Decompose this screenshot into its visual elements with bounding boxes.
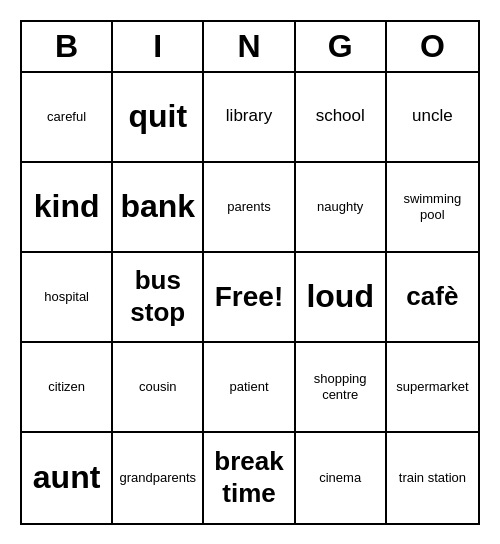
header-letter: I: [113, 22, 204, 71]
bingo-cell: hospital: [22, 253, 113, 343]
cell-text: supermarket: [396, 379, 468, 395]
cell-text: school: [316, 106, 365, 126]
cell-text: cinema: [319, 470, 361, 486]
cell-text: naughty: [317, 199, 363, 215]
bingo-cell: careful: [22, 73, 113, 163]
bingo-cell: uncle: [387, 73, 478, 163]
cell-text: kind: [34, 187, 100, 225]
bingo-cell: shopping centre: [296, 343, 387, 433]
bingo-cell: library: [204, 73, 295, 163]
cell-text: patient: [229, 379, 268, 395]
bingo-cell: citizen: [22, 343, 113, 433]
bingo-cell: school: [296, 73, 387, 163]
header-letter: G: [296, 22, 387, 71]
cell-text: citizen: [48, 379, 85, 395]
bingo-header: BINGO: [22, 22, 478, 73]
bingo-cell: grandparents: [113, 433, 204, 523]
bingo-cell: naughty: [296, 163, 387, 253]
cell-text: library: [226, 106, 272, 126]
cell-text: cafè: [406, 281, 458, 312]
header-letter: N: [204, 22, 295, 71]
cell-text: hospital: [44, 289, 89, 305]
bingo-cell: supermarket: [387, 343, 478, 433]
bingo-card: BINGO carefulquitlibraryschoolunclekindb…: [20, 20, 480, 525]
cell-text: aunt: [33, 458, 101, 496]
cell-text: bus stop: [117, 265, 198, 327]
header-letter: B: [22, 22, 113, 71]
bingo-cell: patient: [204, 343, 295, 433]
bingo-cell: cousin: [113, 343, 204, 433]
cell-text: grandparents: [119, 470, 196, 486]
bingo-cell: quit: [113, 73, 204, 163]
cell-text: quit: [128, 97, 187, 135]
bingo-cell: Free!: [204, 253, 295, 343]
bingo-grid: carefulquitlibraryschoolunclekindbankpar…: [22, 73, 478, 523]
bingo-cell: train station: [387, 433, 478, 523]
bingo-cell: aunt: [22, 433, 113, 523]
bingo-cell: swimming pool: [387, 163, 478, 253]
cell-text: cousin: [139, 379, 177, 395]
bingo-cell: break time: [204, 433, 295, 523]
cell-text: break time: [208, 446, 289, 508]
cell-text: parents: [227, 199, 270, 215]
bingo-cell: cafè: [387, 253, 478, 343]
bingo-cell: cinema: [296, 433, 387, 523]
cell-text: careful: [47, 109, 86, 125]
header-letter: O: [387, 22, 478, 71]
bingo-cell: parents: [204, 163, 295, 253]
bingo-cell: kind: [22, 163, 113, 253]
cell-text: bank: [120, 187, 195, 225]
bingo-cell: loud: [296, 253, 387, 343]
cell-text: train station: [399, 470, 466, 486]
cell-text: uncle: [412, 106, 453, 126]
bingo-cell: bus stop: [113, 253, 204, 343]
bingo-cell: bank: [113, 163, 204, 253]
cell-text: swimming pool: [391, 191, 474, 222]
cell-text: shopping centre: [300, 371, 381, 402]
cell-text: Free!: [215, 280, 283, 314]
cell-text: loud: [306, 277, 374, 315]
